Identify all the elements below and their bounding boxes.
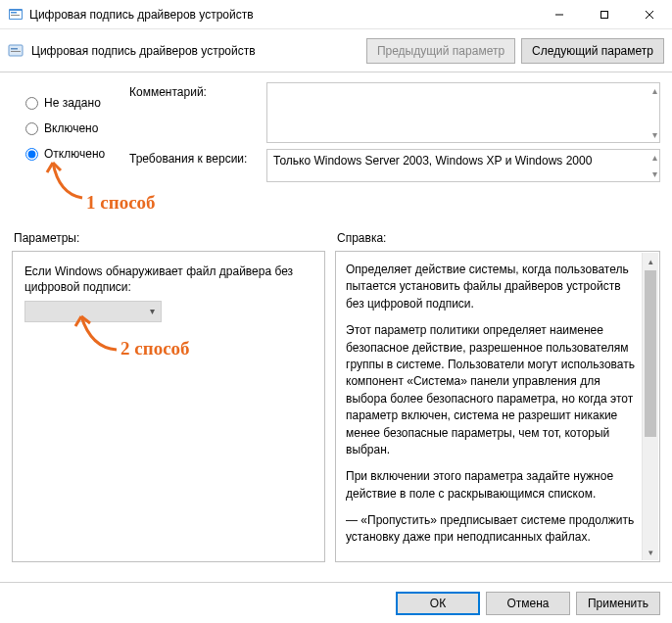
radio-enabled-label: Включено <box>44 121 98 135</box>
comment-textarea[interactable]: ▴ ▾ <box>266 82 660 143</box>
app-icon <box>8 7 24 23</box>
help-p1: Определяет действие системы, когда польз… <box>346 262 636 312</box>
chevron-down-icon: ▾ <box>150 306 155 316</box>
close-button[interactable] <box>627 0 672 29</box>
window-controls <box>537 0 672 29</box>
previous-setting-button[interactable]: Предыдущий параметр <box>366 38 515 64</box>
chevron-up-icon: ▴ <box>652 152 657 163</box>
chevron-down-icon: ▾ <box>652 129 657 140</box>
help-text: Определяет действие системы, когда польз… <box>346 262 655 551</box>
next-setting-button[interactable]: Следующий параметр <box>521 38 664 64</box>
titlebar: Цифровая подпись драйверов устройств <box>0 0 672 29</box>
ok-button[interactable]: ОК <box>396 592 480 615</box>
svg-rect-10 <box>11 51 21 52</box>
help-scrollbar[interactable]: ▴ ▾ <box>642 253 658 560</box>
radio-enabled[interactable]: Включено <box>25 118 133 139</box>
parameters-pane: Если Windows обнаруживает файл драйвера … <box>12 251 325 562</box>
main-area: Не задано Включено Отключено Комментарий… <box>0 72 672 562</box>
window-title: Цифровая подпись драйверов устройств <box>29 8 537 22</box>
apply-button[interactable]: Применить <box>576 592 660 615</box>
action-combobox[interactable]: ▾ <box>24 301 162 322</box>
svg-rect-2 <box>11 12 17 14</box>
scroll-thumb[interactable] <box>645 270 656 437</box>
annotation-2: 2 способ <box>120 338 190 359</box>
parameters-label: Параметры: <box>12 231 335 245</box>
state-radiogroup: Не задано Включено Отключено <box>25 92 133 168</box>
help-pane: Определяет действие системы, когда польз… <box>335 251 660 562</box>
radio-disabled-input[interactable] <box>25 148 38 161</box>
scroll-up-icon[interactable]: ▴ <box>643 253 658 269</box>
help-p4: — «Пропустить» предписывает системе прод… <box>346 512 636 547</box>
radio-disabled-label: Отключено <box>44 147 105 161</box>
radio-enabled-input[interactable] <box>25 122 38 135</box>
help-label: Справка: <box>335 231 660 245</box>
version-label: Требования к версии: <box>129 149 266 166</box>
scroll-down-icon[interactable]: ▾ <box>643 544 658 560</box>
policy-icon <box>8 43 24 59</box>
chevron-down-icon: ▾ <box>652 168 657 179</box>
maximize-button[interactable] <box>582 0 627 29</box>
minimize-button[interactable] <box>537 0 582 29</box>
chevron-up-icon: ▴ <box>652 85 657 96</box>
help-p3: При включении этого параметра задайте ну… <box>346 468 636 503</box>
version-text: Только Windows Server 2003, Windows XP и… <box>273 154 592 168</box>
radio-not-configured[interactable]: Не задано <box>25 92 133 114</box>
section-labels: Параметры: Справка: <box>12 231 660 245</box>
help-p2: Этот параметр политики определяет наимен… <box>346 322 636 458</box>
header: Цифровая подпись драйверов устройств Пре… <box>0 29 672 72</box>
radio-not-configured-label: Не задано <box>44 96 101 110</box>
parameters-text: Если Windows обнаруживает файл драйвера … <box>24 264 312 295</box>
header-title: Цифровая подпись драйверов устройств <box>31 44 360 58</box>
radio-disabled[interactable]: Отключено <box>25 143 133 165</box>
svg-rect-8 <box>9 45 23 56</box>
radio-not-configured-input[interactable] <box>25 97 38 110</box>
version-requirements-box: Только Windows Server 2003, Windows XP и… <box>266 149 660 182</box>
cancel-button[interactable]: Отмена <box>486 592 570 615</box>
annotation-1: 1 способ <box>86 192 156 214</box>
svg-rect-3 <box>11 15 20 16</box>
comment-label: Комментарий: <box>129 82 266 99</box>
footer: ОК Отмена Применить <box>0 582 672 623</box>
svg-rect-5 <box>601 11 608 18</box>
svg-rect-9 <box>11 48 18 50</box>
